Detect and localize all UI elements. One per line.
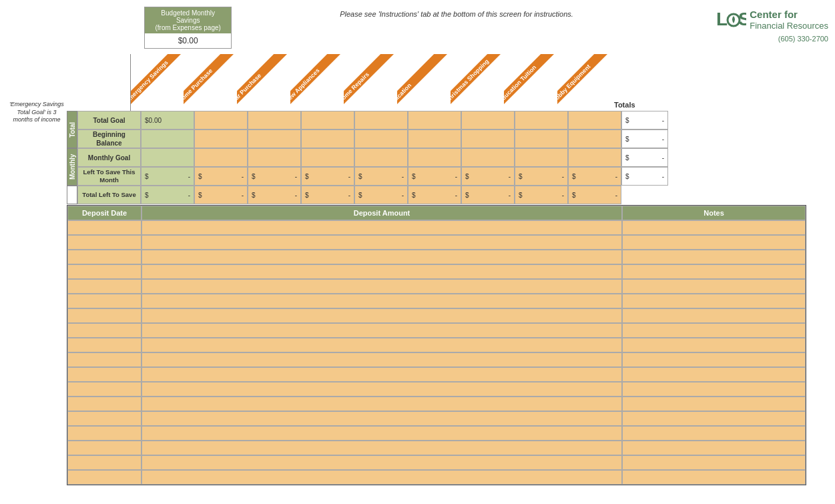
diag-xmas: Christmas Shopping bbox=[451, 54, 504, 111]
deposit-data-row bbox=[67, 279, 806, 294]
deposit-notes-cell[interactable] bbox=[622, 367, 806, 382]
deposit-date-cell[interactable] bbox=[67, 426, 142, 441]
monthly-goal-hobby[interactable] bbox=[568, 148, 621, 167]
monthly-goal-car[interactable] bbox=[248, 148, 301, 167]
deposit-notes-cell[interactable] bbox=[622, 235, 806, 250]
total-goal-emerg[interactable]: $0.00 bbox=[141, 111, 194, 130]
deposit-amount-cell[interactable] bbox=[142, 250, 622, 264]
deposit-amount-cell[interactable] bbox=[142, 441, 622, 455]
deposit-notes-cell[interactable] bbox=[622, 264, 806, 279]
deposit-data-row bbox=[67, 382, 806, 397]
deposit-notes-cell[interactable] bbox=[622, 426, 806, 441]
total-goal-vac[interactable] bbox=[408, 111, 461, 130]
deposit-date-cell[interactable] bbox=[67, 382, 142, 397]
deposit-amount-cell[interactable] bbox=[142, 470, 622, 485]
total-goal-appl[interactable] bbox=[301, 111, 354, 130]
deposit-notes-cell[interactable] bbox=[622, 279, 806, 294]
deposit-notes-cell[interactable] bbox=[622, 308, 806, 323]
beg-bal-hobby[interactable] bbox=[568, 130, 621, 148]
deposit-amount-cell[interactable] bbox=[142, 397, 622, 411]
monthly-goal-xmas[interactable] bbox=[461, 148, 515, 167]
deposit-date-cell[interactable] bbox=[67, 411, 142, 426]
deposit-notes-cell[interactable] bbox=[622, 352, 806, 367]
deposit-amount-cell[interactable] bbox=[142, 235, 622, 250]
total-goal-total: $- bbox=[621, 111, 668, 130]
beg-bal-vac[interactable] bbox=[408, 130, 461, 148]
deposit-amount-cell[interactable] bbox=[142, 308, 622, 323]
budgeted-savings-value[interactable]: $0.00 bbox=[145, 33, 231, 48]
total-left-emerg: $- bbox=[141, 186, 194, 204]
deposit-date-cell[interactable] bbox=[67, 250, 142, 264]
deposit-amount-cell[interactable] bbox=[142, 279, 622, 294]
deposit-amount-cell[interactable] bbox=[142, 338, 622, 352]
diag-home-rep: Home Repairs bbox=[344, 54, 397, 111]
monthly-goal-educ[interactable] bbox=[515, 148, 568, 167]
deposit-date-cell[interactable] bbox=[67, 441, 142, 455]
deposit-date-cell[interactable] bbox=[67, 338, 142, 352]
deposit-notes-cell[interactable] bbox=[622, 250, 806, 264]
deposit-amount-cell[interactable] bbox=[142, 455, 622, 470]
deposit-date-cell[interactable] bbox=[67, 455, 142, 470]
total-goal-educ[interactable] bbox=[515, 111, 568, 130]
monthly-rows-group: Monthly Goal bbox=[77, 148, 668, 186]
total-goal-hobby[interactable] bbox=[568, 111, 621, 130]
monthly-goal-emerg[interactable] bbox=[141, 148, 194, 167]
beg-balance-row: Beginning Balance bbox=[77, 130, 668, 148]
deposit-amount-cell[interactable] bbox=[142, 352, 622, 367]
deposit-notes-cell[interactable] bbox=[622, 411, 806, 426]
deposit-date-cell[interactable] bbox=[67, 352, 142, 367]
beg-bal-hrep[interactable] bbox=[354, 130, 408, 148]
deposit-amount-cell[interactable] bbox=[142, 426, 622, 441]
deposit-notes-cell[interactable] bbox=[622, 397, 806, 411]
deposit-notes-cell[interactable] bbox=[622, 338, 806, 352]
deposit-notes-cell[interactable] bbox=[622, 455, 806, 470]
beg-bal-home[interactable] bbox=[194, 130, 248, 148]
deposit-date-cell[interactable] bbox=[67, 294, 142, 308]
total-goal-car[interactable] bbox=[248, 111, 301, 130]
monthly-goal-total: $- bbox=[621, 148, 668, 167]
deposit-amount-cell[interactable] bbox=[142, 411, 622, 426]
deposit-notes-cell[interactable] bbox=[622, 441, 806, 455]
deposit-date-cell[interactable] bbox=[67, 279, 142, 294]
deposit-amount-cell[interactable] bbox=[142, 382, 622, 397]
total-goal-home[interactable] bbox=[194, 111, 248, 130]
deposit-date-cell[interactable] bbox=[67, 220, 142, 235]
deposit-notes-cell[interactable] bbox=[622, 220, 806, 235]
deposit-notes-cell[interactable] bbox=[622, 382, 806, 397]
deposit-date-cell[interactable] bbox=[67, 308, 142, 323]
instruction-text: Please see 'Instructions' tab at the bot… bbox=[340, 10, 573, 18]
beg-bal-emerg[interactable] bbox=[141, 130, 194, 148]
total-left-row: Total Left To Save $- $- $- $- $- $- $- … bbox=[67, 186, 668, 204]
deposit-amount-cell[interactable] bbox=[142, 323, 622, 338]
monthly-goal-home[interactable] bbox=[194, 148, 248, 167]
deposit-date-cell[interactable] bbox=[67, 323, 142, 338]
deposit-table: Deposit Date Deposit Amount Notes bbox=[67, 205, 806, 485]
deposit-notes-cell[interactable] bbox=[622, 294, 806, 308]
total-goal-xmas[interactable] bbox=[461, 111, 515, 130]
total-goal-row: Total Goal $0.00 bbox=[77, 111, 668, 130]
deposit-amount-cell[interactable] bbox=[142, 264, 622, 279]
beg-bal-xmas[interactable] bbox=[461, 130, 515, 148]
beg-bal-car[interactable] bbox=[248, 130, 301, 148]
monthly-section-rows: Monthly Monthly Goal bbox=[67, 148, 668, 186]
deposit-amount-header: Deposit Amount bbox=[142, 206, 622, 220]
total-goal-hrep[interactable] bbox=[354, 111, 408, 130]
deposit-amount-cell[interactable] bbox=[142, 294, 622, 308]
total-left-hrep: $- bbox=[354, 186, 408, 204]
deposit-date-cell[interactable] bbox=[67, 470, 142, 485]
deposit-amount-cell[interactable] bbox=[142, 220, 622, 235]
deposit-notes-cell[interactable] bbox=[622, 470, 806, 485]
deposit-amount-cell[interactable] bbox=[142, 367, 622, 382]
monthly-goal-hrep[interactable] bbox=[354, 148, 408, 167]
deposit-date-cell[interactable] bbox=[67, 397, 142, 411]
monthly-goal-vac[interactable] bbox=[408, 148, 461, 167]
deposit-date-cell[interactable] bbox=[67, 235, 142, 250]
beg-bal-educ[interactable] bbox=[515, 130, 568, 148]
beg-bal-appl[interactable] bbox=[301, 130, 354, 148]
deposit-date-cell[interactable] bbox=[67, 264, 142, 279]
logo-area: L S Center for Financial Resources (605)… bbox=[681, 7, 828, 43]
deposit-notes-cell[interactable] bbox=[622, 323, 806, 338]
deposit-date-cell[interactable] bbox=[67, 367, 142, 382]
monthly-goal-appl[interactable] bbox=[301, 148, 354, 167]
diag-home-purch: Home Purchase bbox=[184, 54, 237, 111]
